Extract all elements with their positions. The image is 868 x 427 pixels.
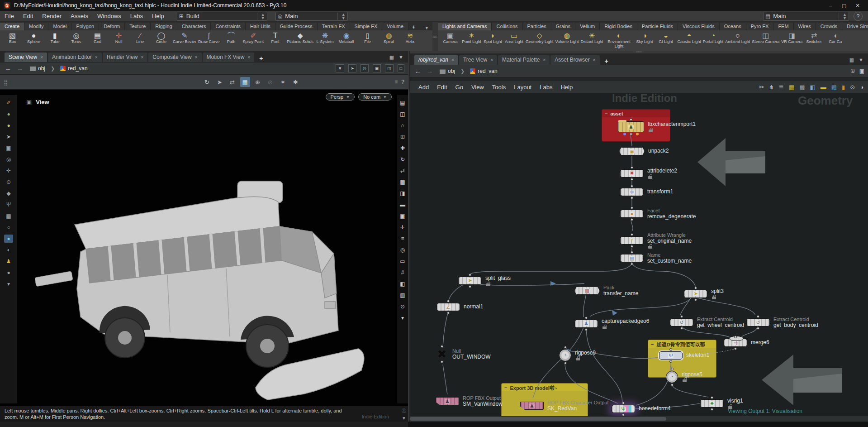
shelf-tab[interactable]: Viscous Fluids	[678, 23, 720, 30]
pane-tab[interactable]: Animation Editor ×	[48, 53, 102, 62]
new-pane-tab-button[interactable]: +	[601, 58, 612, 65]
menu-item[interactable]: File	[0, 11, 19, 22]
shelf-tool[interactable]: ◐ Environment Light	[604, 31, 634, 49]
input-connector[interactable]	[622, 402, 625, 404]
viewport-display-icon[interactable]: ▦	[398, 178, 407, 186]
viewport-display-icon[interactable]: ⌂	[398, 121, 407, 130]
shelf-tool[interactable]: ▤ Grid	[87, 31, 108, 44]
shelf-tab[interactable]: Rigging	[151, 23, 177, 30]
shelf-tab[interactable]: Grains	[551, 23, 575, 30]
close-tab-icon[interactable]: ×	[543, 58, 545, 62]
shelf-tab[interactable]: Guide Process	[275, 23, 318, 30]
shelf-tool[interactable]: ▧ Box	[2, 31, 23, 44]
shelf-tab[interactable]: Wires	[794, 23, 816, 30]
help-button[interactable]: ?	[854, 12, 863, 21]
viewport-side-tool-icon[interactable]: ✐	[4, 99, 13, 107]
viewport-help-icon[interactable]: ?	[401, 79, 404, 85]
close-tab-icon[interactable]: ×	[247, 55, 250, 60]
input-connector[interactable]	[734, 336, 737, 338]
pane-menu-icon[interactable]: ▼	[398, 54, 403, 60]
viewport-display-icon[interactable]: ▬	[398, 201, 407, 209]
shelf-tool[interactable]: ▮ Tube	[44, 31, 66, 44]
node[interactable]: ♣ visrig1	[700, 398, 743, 409]
node[interactable]: ✛ transform1	[620, 188, 673, 196]
viewport-3d[interactable]: ▣ View Persp▼ No cam▼ ✐●●➤▣◎✛⊙◆Ψ▦○●◐♟●▾ …	[0, 90, 408, 422]
viewport-display-icon[interactable]: ◎	[398, 246, 407, 254]
viewport-side-tool-icon[interactable]: ◐	[4, 246, 13, 254]
viewport-display-icon[interactable]: ⇄	[398, 167, 407, 175]
viewport-tool-icon[interactable]: ✶	[278, 77, 288, 87]
node-body[interactable]: Ψ	[612, 405, 635, 413]
shelf-tab[interactable]: Terrain FX	[318, 23, 350, 30]
node-body[interactable]: ƒ	[620, 236, 644, 245]
viewport-tool-icon[interactable]: ⇄	[228, 77, 237, 87]
shelf-tool[interactable]: ⌒ Path	[221, 31, 242, 44]
shelf-tool[interactable]: ▯ File	[357, 31, 378, 44]
close-tab-icon[interactable]: ×	[451, 58, 454, 62]
shelf-tool[interactable]: ▭ Area Light	[503, 31, 525, 44]
viewport-side-tool-icon[interactable]: ○	[4, 223, 13, 231]
shelf-tool[interactable]: ≋ Helix	[399, 31, 421, 44]
menu-item[interactable]: Labs	[126, 11, 147, 22]
node-body[interactable]: ∠	[436, 303, 460, 311]
viewport-display-icon[interactable]: ⊞	[398, 133, 407, 141]
viewport-display-icon[interactable]: ▥	[398, 291, 407, 299]
viewport-side-tool-icon[interactable]: ●	[4, 235, 13, 243]
output-connector[interactable]	[694, 298, 697, 301]
network-toolbar-icon[interactable]: ▬	[821, 84, 826, 91]
close-tab-icon[interactable]: ×	[195, 55, 198, 60]
node[interactable]: ✖ attribdelete2	[620, 168, 677, 179]
node-body[interactable]: ⇉	[724, 339, 747, 347]
breadcrumb-red-van[interactable]: red_van	[57, 64, 90, 72]
node-body[interactable]: ➤	[458, 277, 482, 285]
viewport-side-tool-icon[interactable]: ●	[4, 110, 13, 118]
pane-tab[interactable]: /obj/red_van ×	[414, 55, 458, 65]
shelf-tab[interactable]: Lights and Cameras	[438, 23, 492, 30]
new-shelf-tab-button[interactable]: +	[408, 24, 419, 30]
input-connector[interactable]	[757, 315, 759, 318]
node[interactable]: ● Facet remove_degenerate	[620, 208, 696, 220]
viewport-side-tool-icon[interactable]: ●	[4, 121, 13, 130]
shelf-tab[interactable]: Particle Fluids	[637, 23, 678, 30]
output-connector[interactable]	[669, 360, 672, 363]
network-menu-item[interactable]: View	[467, 84, 488, 91]
shelf-tool[interactable]: T Font	[265, 31, 286, 44]
new-pane-tab-button[interactable]: +	[255, 55, 267, 62]
shelf-tool[interactable]: ◍ Volume Light	[555, 31, 580, 44]
shelf-tab[interactable]: Simple FX	[350, 23, 383, 30]
maximize-button[interactable]: ▢	[837, 0, 851, 10]
network-menu-item[interactable]: Go	[451, 84, 467, 91]
network-toolbar-icon[interactable]: ≣	[779, 84, 784, 91]
viewport-display-icon[interactable]: ▤	[398, 99, 407, 107]
node[interactable]: Ψ bonedeform4	[612, 405, 671, 413]
viewport-side-tool-icon[interactable]: ◆	[4, 189, 13, 197]
close-tab-icon[interactable]: ×	[141, 55, 143, 60]
output-connector[interactable]	[564, 362, 567, 365]
shelf-tool[interactable]: ◎ Torus	[66, 31, 87, 44]
pane-tab[interactable]: Scene View ×	[5, 53, 47, 62]
node[interactable]: ▤ Name set_custom_name	[620, 252, 692, 264]
input-connector[interactable]	[585, 317, 588, 319]
input-connector[interactable]	[469, 273, 471, 276]
node[interactable]: ♟ capturepackedgeo6	[574, 318, 649, 329]
node-body[interactable]: ◔	[666, 371, 678, 383]
output-connector[interactable]	[631, 178, 633, 181]
viewport-side-tool-icon[interactable]: ➤	[4, 133, 13, 141]
breadcrumb-obj[interactable]: obj	[27, 64, 48, 72]
node-body[interactable]: ♟	[618, 121, 644, 132]
pane-tab[interactable]: Asset Browser ×	[550, 55, 599, 65]
shelf-tab[interactable]: Characters	[177, 23, 211, 30]
viewport-help-icon[interactable]: ≡	[394, 79, 398, 85]
node-body[interactable]: ●	[620, 210, 644, 218]
node[interactable]: Ψ skeleton1	[659, 351, 709, 360]
node[interactable]: ↺ Extract Centroid get_body_centroid	[746, 317, 818, 328]
shelf-tool[interactable]: ◗ Spot Light	[482, 31, 503, 44]
pane-menu-icon[interactable]: ▼	[859, 57, 863, 63]
node[interactable]: ♟ ROP FBX Character Output SK_RedVan	[520, 400, 609, 412]
network-canvas[interactable]: Indie Edition Geometry −	[410, 93, 868, 416]
viewport-side-tool-icon[interactable]: Ψ	[4, 201, 13, 209]
desktop-build-selector[interactable]: ⊞ Build ▲▼	[177, 12, 267, 21]
viewport-tool-icon[interactable]: ➤	[215, 77, 225, 87]
scene-main-selector[interactable]: ◎ Main ▲▼	[275, 12, 348, 21]
node[interactable]: ◉ unpack2	[619, 147, 669, 155]
